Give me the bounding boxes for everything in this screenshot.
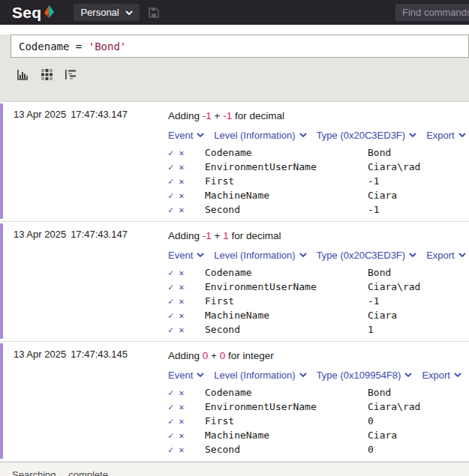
- exclude-filter-icon[interactable]: ✕: [179, 325, 184, 334]
- export-menu-link[interactable]: Export: [426, 130, 466, 141]
- event-list: 13 Apr 202517:47:43.147 Adding -1 + -1 f…: [0, 101, 469, 462]
- link-label: Export: [422, 370, 450, 381]
- property-value: -1: [368, 204, 380, 215]
- message-text: for decimal: [229, 230, 281, 241]
- property-name: Codename: [205, 147, 368, 158]
- query-input[interactable]: Codename = 'Bond': [11, 34, 469, 58]
- exclude-filter-icon[interactable]: ✕: [179, 403, 184, 412]
- exclude-filter-icon[interactable]: ✕: [179, 191, 184, 200]
- property-name: EnvironmentUserName: [205, 281, 368, 292]
- include-filter-icon[interactable]: ✓: [168, 177, 173, 186]
- chart-view-button[interactable]: [17, 69, 29, 81]
- level-menu-link[interactable]: Level (Information): [214, 370, 306, 381]
- include-filter-icon[interactable]: ✓: [168, 388, 173, 397]
- property-value: Ciara: [368, 310, 397, 321]
- include-filter-icon[interactable]: ✓: [168, 205, 173, 214]
- exclude-filter-icon[interactable]: ✕: [179, 311, 184, 320]
- log-event[interactable]: 13 Apr 202517:47:43.147 Adding -1 + -1 f…: [0, 102, 469, 222]
- exclude-filter-icon[interactable]: ✕: [179, 163, 184, 172]
- property-value: -1: [368, 295, 380, 307]
- property-row: ✓✕ MachineName Ciara: [168, 308, 469, 322]
- level-menu-link[interactable]: Level (Information): [214, 250, 306, 261]
- exclude-filter-icon[interactable]: ✕: [179, 148, 184, 157]
- export-menu-link[interactable]: Export: [426, 250, 466, 261]
- log-event[interactable]: 13 Apr 202517:47:43.147 Adding -1 + 1 fo…: [0, 222, 469, 342]
- include-filter-icon[interactable]: ✓: [168, 268, 173, 277]
- save-view-icon[interactable]: [149, 7, 159, 18]
- exclude-filter-icon[interactable]: ✕: [179, 445, 184, 454]
- exclude-filter-icon[interactable]: ✕: [179, 268, 184, 277]
- level-menu-link[interactable]: Level (Information): [214, 130, 306, 141]
- grid-view-button[interactable]: [41, 69, 53, 81]
- exclude-filter-icon[interactable]: ✕: [179, 177, 184, 186]
- message-text: +: [212, 230, 223, 241]
- include-filter-icon[interactable]: ✓: [168, 163, 173, 172]
- seq-flame-icon: [44, 5, 54, 18]
- link-label: Export: [426, 250, 455, 261]
- message-text: Adding: [168, 110, 203, 121]
- chevron-down-icon: [299, 373, 307, 377]
- event-menu-link[interactable]: Event: [168, 130, 204, 141]
- include-filter-icon[interactable]: ✓: [168, 311, 173, 320]
- property-row: ✓✕ First 0: [168, 414, 469, 428]
- property-name: EnvironmentUserName: [205, 161, 368, 172]
- include-filter-icon[interactable]: ✓: [168, 417, 173, 426]
- event-timestamp: 13 Apr 202517:47:43.147: [0, 222, 168, 341]
- exclude-filter-icon[interactable]: ✕: [179, 297, 184, 306]
- message-number: 1: [223, 230, 229, 241]
- chevron-down-icon: [458, 253, 466, 257]
- log-event[interactable]: 13 Apr 202517:47:43.145 Adding 0 + 0 for…: [0, 342, 469, 462]
- include-filter-icon[interactable]: ✓: [168, 403, 173, 412]
- include-filter-icon[interactable]: ✓: [168, 283, 173, 292]
- property-value: Bond: [368, 147, 391, 158]
- event-menu-link[interactable]: Event: [168, 370, 204, 381]
- property-value: Ciara\rad: [368, 401, 420, 412]
- property-value: Ciara: [368, 190, 397, 201]
- events-view-button[interactable]: [65, 69, 77, 81]
- include-filter-icon[interactable]: ✓: [168, 191, 173, 200]
- include-filter-icon[interactable]: ✓: [168, 148, 173, 157]
- type-menu-link[interactable]: Type (0x109954F8): [317, 370, 413, 381]
- link-label: Event: [168, 250, 193, 261]
- property-row: ✓✕ Codename Bond: [168, 385, 469, 400]
- event-date: 13 Apr 2025: [14, 349, 66, 360]
- exclude-filter-icon[interactable]: ✕: [179, 283, 184, 292]
- include-filter-icon[interactable]: ✓: [168, 445, 173, 454]
- workspace-selector[interactable]: Personal: [74, 4, 139, 21]
- include-filter-icon[interactable]: ✓: [168, 325, 173, 334]
- property-row: ✓✕ MachineName Ciara: [168, 188, 469, 202]
- exclude-filter-icon[interactable]: ✕: [179, 388, 184, 397]
- link-label: Export: [426, 130, 455, 141]
- query-expression: Codename =: [19, 40, 89, 52]
- property-name: Second: [205, 444, 368, 455]
- link-label: Event: [168, 130, 193, 141]
- include-filter-icon[interactable]: ✓: [168, 297, 173, 306]
- chevron-down-icon: [197, 373, 204, 377]
- chevron-down-icon: [125, 10, 133, 15]
- type-menu-link[interactable]: Type (0x20C3ED3F): [317, 250, 417, 261]
- exclude-filter-icon[interactable]: ✕: [179, 205, 184, 214]
- property-value: Bond: [368, 387, 391, 398]
- command-search-placeholder: Find commands, s: [402, 7, 469, 18]
- event-menu-link[interactable]: Event: [168, 250, 204, 261]
- include-filter-icon[interactable]: ✓: [168, 431, 173, 440]
- query-string-literal: 'Bond': [89, 40, 127, 52]
- chevron-down-icon: [197, 253, 204, 257]
- link-label: Level (Information): [214, 130, 295, 141]
- chevron-down-icon: [409, 133, 416, 137]
- property-row: ✓✕ MachineName Ciara: [168, 428, 469, 442]
- chevron-down-icon: [299, 253, 307, 257]
- property-name: MachineName: [205, 190, 368, 201]
- property-row: ✓✕ EnvironmentUserName Ciara\rad: [168, 280, 469, 294]
- event-body: Adding -1 + 1 for decimal Event Level (I…: [168, 222, 469, 341]
- property-value: Ciara: [368, 430, 397, 441]
- type-menu-link[interactable]: Type (0x20C3ED3F): [317, 130, 417, 141]
- exclude-filter-icon[interactable]: ✕: [179, 431, 184, 440]
- export-menu-link[interactable]: Export: [422, 370, 461, 381]
- exclude-filter-icon[interactable]: ✕: [179, 417, 184, 426]
- link-label: Type (0x109954F8): [317, 370, 401, 381]
- message-text: for decimal: [232, 110, 284, 121]
- property-row: ✓✕ Second 0: [168, 442, 469, 457]
- command-search-input[interactable]: Find commands, s: [395, 4, 469, 21]
- property-name: First: [205, 175, 368, 187]
